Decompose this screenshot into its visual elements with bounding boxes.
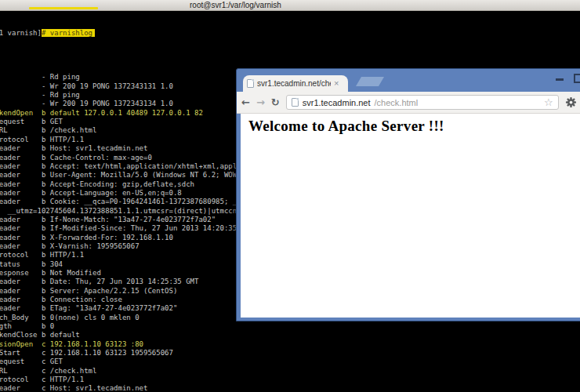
terminal-title: root@svr1:/var/log/varnish (190, 0, 281, 10)
page-content: Welcome to Apache Server !!! (241, 114, 580, 318)
log-line: 13 BackendClose b default (0, 331, 580, 339)
log-line: 13 SessionOpen c 192.168.1.10 63123 :80 (0, 340, 580, 349)
log-line: 13 RxProtocol c HTTP/1.1 (0, 376, 580, 384)
url-host: svr1.tecadmin.net (303, 98, 371, 107)
page-icon (292, 98, 299, 107)
minimize-button[interactable] (556, 78, 564, 81)
log-line: 13 Length b 0 (0, 322, 580, 331)
log-line: 13 RxRequest c GET (0, 358, 580, 366)
yellow-highlight-stroke (29, 7, 98, 9)
log-line: 13 RxHeader c Host: svr1.tecadmin.net (0, 384, 580, 392)
prompt-text: [root@svr1 varnish] (0, 29, 42, 37)
log-line: 13 ReqStart c 192.168.1.10 63123 1959565… (0, 349, 580, 358)
browser-tab[interactable]: svr1.tecadmin.net/check.h × (243, 75, 348, 92)
tab-title: svr1.tecadmin.net/check.h (257, 79, 331, 88)
page-favicon-icon (247, 79, 254, 88)
terminal-titlebar: root@svr1:/var/log/varnish (0, 0, 580, 11)
new-tab-button[interactable] (356, 77, 384, 86)
url-path: /check.html (375, 98, 419, 107)
highlighted-command: # varnishlog (42, 29, 95, 37)
bookmark-star-icon[interactable]: ☆ (544, 97, 553, 107)
log-line: 13 RxURL c /check.html (0, 367, 580, 376)
maximize-button[interactable] (574, 74, 580, 83)
tab-strip: svr1.tecadmin.net/check.h × (237, 69, 580, 92)
forward-button[interactable]: → (256, 96, 265, 108)
terminal-prompt: [root@svr1 varnish]# varnishlog (0, 29, 580, 38)
browser-toolbar: ← → ↻ svr1.tecadmin.net/check.html ☆ (237, 92, 580, 114)
back-button[interactable]: ← (241, 96, 250, 108)
page-heading: Welcome to Apache Server !!! (248, 118, 573, 135)
tab-close-icon[interactable]: × (334, 79, 339, 88)
address-bar[interactable]: svr1.tecadmin.net/check.html ☆ (286, 95, 559, 110)
menu-gear-icon[interactable] (565, 96, 577, 108)
browser-window: svr1.tecadmin.net/check.h × ← → ↻ svr1.t… (236, 68, 580, 321)
reload-button[interactable]: ↻ (271, 96, 280, 108)
